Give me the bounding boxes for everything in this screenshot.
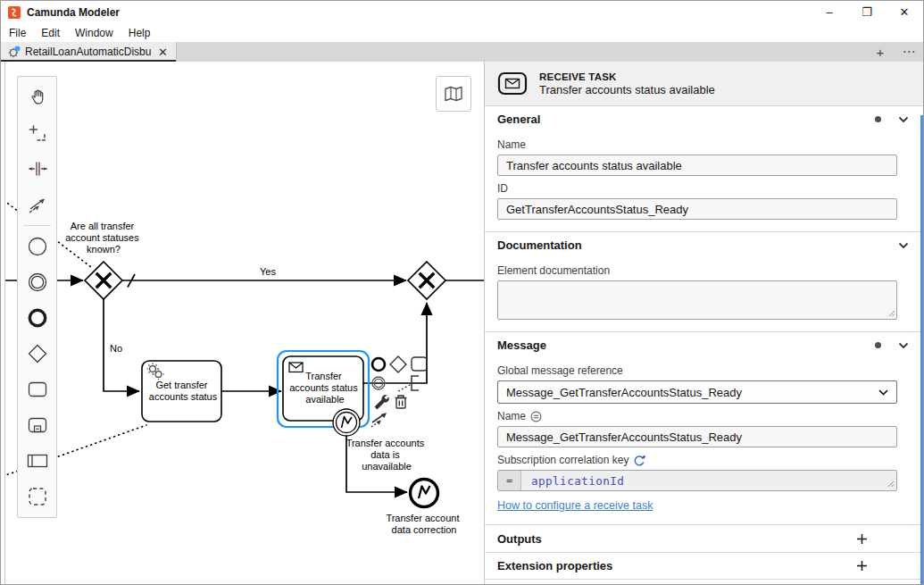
data-indicator-dot <box>875 342 881 348</box>
data-indicator-dot <box>875 116 881 122</box>
lasso-tool[interactable] <box>18 115 56 151</box>
service-task-get-transfer-accounts-status[interactable]: Get transfer accounts status <box>142 361 221 422</box>
tab-overflow-button[interactable]: ⋯ <box>895 44 923 60</box>
minimap-toggle-button[interactable] <box>436 76 471 112</box>
tabbar: RetailLoanAutomaticDisbu ✕ + ⋯ <box>1 42 923 62</box>
menu-file[interactable]: File <box>9 27 26 39</box>
section-documentation-header[interactable]: Documentation <box>485 232 923 258</box>
element-type-label: RECEIVE TASK <box>539 71 715 82</box>
append-gateway-icon[interactable] <box>390 356 406 372</box>
menu-help[interactable]: Help <box>129 27 151 39</box>
camunda-modeler-window: Camunda Modeler – ❐ ✕ File Edit Window H… <box>0 0 924 585</box>
message-name-label: Name <box>497 410 897 422</box>
tab-retail-loan[interactable]: RetailLoanAutomaticDisbu ✕ <box>1 42 177 62</box>
global-connect-tool[interactable] <box>18 187 56 222</box>
menu-window[interactable]: Window <box>75 27 113 39</box>
palette-separator <box>23 225 51 226</box>
minimize-button[interactable]: – <box>811 1 848 23</box>
subscription-correlation-key-label: Subscription correlation key <box>497 454 897 466</box>
section-message-header[interactable]: Message <box>485 332 923 358</box>
properties-header: RECEIVE TASK Transfer accounts status av… <box>485 62 923 106</box>
end-event-label[interactable]: Transfer account data correction <box>386 513 462 535</box>
append-task-icon[interactable] <box>412 357 427 371</box>
chevron-down-icon[interactable] <box>898 342 909 349</box>
create-end-event[interactable] <box>18 300 56 336</box>
create-group[interactable] <box>18 479 56 514</box>
svg-text:Get transfer accou: Get transfer accounts status <box>149 380 218 402</box>
feel-expression-icon[interactable] <box>633 455 645 466</box>
exclusive-gateway-2[interactable] <box>408 262 445 299</box>
boundary-event-label[interactable]: Transfer accounts data is unavailable <box>346 438 428 472</box>
yes-flow-label[interactable]: Yes <box>260 266 276 277</box>
wrench-icon[interactable] <box>375 395 389 409</box>
section-general: General Name ID <box>485 106 923 231</box>
error-end-event[interactable] <box>411 480 438 507</box>
space-tool[interactable] <box>18 151 56 187</box>
section-title: Outputs <box>497 532 542 546</box>
resize-grip-icon[interactable] <box>887 481 895 488</box>
unsaved-changes-dot <box>14 46 20 51</box>
name-field-label: Name <box>497 138 897 151</box>
global-message-reference-select[interactable]: Message_GetTransferAccountsStatus_Ready <box>497 380 897 404</box>
section-message: Message Global message reference Message… <box>485 331 923 524</box>
message-name-input[interactable] <box>497 426 897 447</box>
section-title: Message <box>497 338 546 352</box>
create-participant[interactable] <box>18 443 56 479</box>
correlation-key-feel-input[interactable]: = applicationId <box>497 470 897 491</box>
tab-label: RetailLoanAutomaticDisbu <box>25 46 152 58</box>
section-extension-properties[interactable]: Extension properties <box>485 552 923 580</box>
titlebar: Camunda Modeler – ❐ ✕ <box>1 1 923 23</box>
error-boundary-event[interactable] <box>333 409 360 436</box>
map-icon <box>444 86 463 102</box>
global-message-reference-label: Global message reference <box>497 364 897 377</box>
menu-edit[interactable]: Edit <box>41 27 60 39</box>
palette <box>17 76 57 518</box>
add-output-button[interactable] <box>856 533 868 545</box>
section-general-header[interactable]: General <box>485 106 923 132</box>
new-tab-button[interactable]: + <box>866 45 895 60</box>
correlation-key-value[interactable]: applicationId <box>521 471 634 490</box>
hand-tool[interactable] <box>18 79 56 115</box>
receive-task-help-link[interactable]: How to configure a receive task <box>497 499 653 512</box>
section-documentation: Documentation Element documentation <box>485 231 923 331</box>
bpmn-diagram: Are all transfer account statuses known?… <box>5 62 484 585</box>
select-value: Message_GetTransferAccountsStatus_Ready <box>506 386 742 399</box>
append-end-event-icon[interactable] <box>372 358 385 371</box>
trash-icon[interactable] <box>395 396 407 408</box>
tab-close-icon[interactable]: ✕ <box>156 46 170 59</box>
connect-tool-icon[interactable] <box>371 413 387 427</box>
section-title: Extension properties <box>497 559 612 572</box>
id-field-label: ID <box>497 182 897 195</box>
add-extension-property-button[interactable] <box>856 560 868 572</box>
create-subprocess[interactable] <box>18 407 56 443</box>
gateway-question-label[interactable]: Are all transfer account statuses known? <box>65 221 142 255</box>
chevron-down-icon[interactable] <box>898 242 909 249</box>
window-title: Camunda Modeler <box>27 6 120 19</box>
element-documentation-textarea[interactable] <box>497 280 897 320</box>
bpmn-canvas[interactable]: Are all transfer account statuses known?… <box>4 62 484 585</box>
create-start-event[interactable] <box>18 229 56 264</box>
create-task[interactable] <box>18 372 56 407</box>
bpmn-file-icon <box>7 46 21 59</box>
chevron-down-icon <box>878 389 888 396</box>
properties-scrollbar[interactable] <box>920 115 923 585</box>
menubar: File Edit Window Help <box>1 23 923 42</box>
chevron-down-icon[interactable] <box>898 116 909 123</box>
id-input[interactable] <box>497 198 897 220</box>
name-input[interactable] <box>497 155 897 176</box>
no-flow-label[interactable]: No <box>110 343 122 354</box>
receive-task-icon <box>497 71 528 96</box>
maximize-button[interactable]: ❐ <box>848 1 886 23</box>
exclusive-gateway-1[interactable] <box>85 262 122 299</box>
element-name-label: Transfer accounts status available <box>539 83 715 96</box>
resize-grip-icon[interactable] <box>888 310 895 317</box>
section-title: General <box>497 113 540 126</box>
section-outputs[interactable]: Outputs <box>485 524 923 552</box>
linked-resource-icon <box>530 411 542 422</box>
section-title: Documentation <box>497 238 582 252</box>
close-button[interactable]: ✕ <box>886 1 923 23</box>
feel-equals-prefix: = <box>498 471 521 490</box>
create-gateway[interactable] <box>18 336 56 372</box>
element-documentation-label: Element documentation <box>497 264 897 277</box>
create-intermediate-event[interactable] <box>18 264 56 300</box>
